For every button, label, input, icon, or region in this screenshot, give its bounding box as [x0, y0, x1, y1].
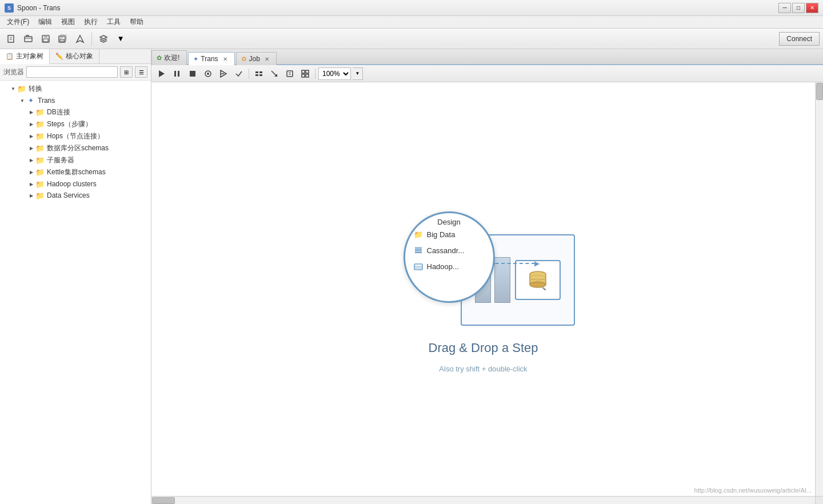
svg-rect-5 — [44, 35, 47, 38]
run-button[interactable] — [155, 67, 169, 80]
layers-button[interactable] — [95, 31, 111, 47]
svg-rect-0 — [8, 35, 14, 42]
menu-file[interactable]: 文件(F) — [2, 16, 34, 28]
v-scrollbar-thumb[interactable] — [816, 83, 823, 100]
debug-button[interactable] — [217, 67, 230, 80]
tree-label-partition: 数据库分区schemas — [47, 143, 109, 153]
browser-label: 浏览器 — [3, 67, 24, 77]
search-grid-button[interactable]: ⊞ — [120, 66, 133, 78]
svg-rect-3 — [25, 37, 32, 42]
tree-label-trans: Trans — [38, 97, 55, 105]
job-tab-icon: ⚙ — [241, 55, 247, 63]
tree-node-zhuanhuan[interactable]: ▼ 📁 转换 — [0, 83, 151, 95]
tab-core-objects[interactable]: ✏️ 核心对象 — [50, 49, 99, 63]
grid-button[interactable] — [298, 67, 312, 80]
tree-label-steps: Steps（步骤） — [47, 119, 92, 129]
save-button[interactable] — [38, 31, 54, 47]
dropdown-button[interactable]: ▼ — [113, 31, 129, 47]
expand-dataservices[interactable]: ▶ — [27, 191, 35, 199]
svg-rect-34 — [415, 252, 422, 253]
vertical-scrollbar[interactable] — [815, 82, 823, 496]
menu-help[interactable]: 帮助 — [125, 16, 148, 28]
save-all-button[interactable] — [55, 31, 71, 47]
svg-rect-22 — [259, 74, 262, 76]
left-panel: 📋 主对象树 ✏️ 核心对象 浏览器 ⊞ ☰ ▼ 📁 转换 — [0, 49, 151, 504]
minimize-button[interactable]: ─ — [778, 3, 791, 13]
tab-trans[interactable]: ✦ Trans ✕ — [188, 52, 234, 65]
expand-db[interactable]: ▶ — [27, 109, 35, 117]
expand-subserver[interactable]: ▶ — [27, 157, 35, 165]
right-panel: ✿ 欢迎! ✦ Trans ✕ ⚙ Job ✕ — [151, 49, 823, 504]
trans-tab-icon: ✦ — [193, 55, 198, 63]
new-button[interactable] — [3, 31, 19, 47]
align-button[interactable] — [252, 67, 266, 80]
main-objects-icon: 📋 — [6, 53, 14, 60]
tab-welcome-label: 欢迎! — [164, 53, 179, 63]
svg-rect-31 — [306, 74, 309, 77]
tree-node-trans[interactable]: ▼ ✦ Trans — [0, 95, 151, 106]
title-bar: S Spoon - Trans ─ □ ✕ — [0, 0, 823, 16]
tree-node-cluster[interactable]: ▶ 📁 Kettle集群schemas — [0, 166, 151, 178]
main-toolbar: ▼ Connect — [0, 29, 823, 49]
menu-view[interactable]: 视图 — [57, 16, 79, 28]
h-scrollbar-thumb[interactable] — [152, 497, 175, 504]
zoom-select[interactable]: 100% 50% 75% 150% 200% — [318, 67, 351, 80]
search-input[interactable] — [26, 66, 118, 78]
note-button[interactable] — [283, 67, 297, 80]
canvas-area[interactable]: Design 📁 Big Data Cassandr... — [151, 82, 823, 504]
explore-button[interactable] — [72, 31, 88, 47]
tab-main-objects[interactable]: 📋 主对象树 — [0, 49, 50, 64]
hop-button[interactable] — [267, 67, 281, 80]
tab-main-objects-label: 主对象树 — [16, 51, 43, 61]
expand-cluster[interactable]: ▶ — [27, 169, 35, 177]
tab-job-close[interactable]: ✕ — [265, 56, 269, 62]
close-button[interactable]: ✕ — [806, 3, 818, 13]
tab-job-label: Job — [249, 55, 260, 63]
tree-node-hops[interactable]: ▶ 📁 Hops（节点连接） — [0, 130, 151, 142]
menu-tools[interactable]: 工具 — [102, 16, 125, 28]
window-title: Spoon - Trans — [17, 4, 60, 12]
menu-edit[interactable]: 编辑 — [34, 16, 57, 28]
magnify-label-cassandra: Cassandr... — [427, 246, 465, 255]
expand-trans[interactable]: ▼ — [18, 97, 26, 105]
expand-zhuanhuan[interactable]: ▼ — [9, 85, 17, 93]
connect-button[interactable]: Connect — [779, 32, 820, 46]
tree-node-partition[interactable]: ▶ 📁 数据库分区schemas — [0, 142, 151, 154]
tab-trans-close[interactable]: ✕ — [223, 56, 227, 62]
expand-hadoop[interactable]: ▶ — [27, 180, 35, 188]
open-button[interactable] — [21, 31, 37, 47]
table-icon-hadoop — [413, 262, 424, 272]
preview-button[interactable] — [201, 67, 215, 80]
tree-node-steps[interactable]: ▶ 📁 Steps（步骤） — [0, 118, 151, 130]
svg-rect-36 — [414, 264, 422, 270]
expand-hops[interactable]: ▶ — [27, 133, 35, 141]
menu-run[interactable]: 执行 — [79, 16, 102, 28]
magnify-item-hadoop[interactable]: Hadoop... — [405, 259, 493, 275]
tree-node-hadoop[interactable]: ▶ 📁 Hadoop clusters — [0, 178, 151, 190]
svg-rect-8 — [61, 36, 63, 38]
expand-steps[interactable]: ▶ — [27, 121, 35, 129]
horizontal-scrollbar[interactable] — [151, 496, 815, 504]
tab-welcome[interactable]: ✿ 欢迎! — [151, 50, 187, 65]
tree-node-dataservices[interactable]: ▶ 📁 Data Services — [0, 190, 151, 201]
tree-node-db[interactable]: ▶ 📁 DB连接 — [0, 106, 151, 118]
magnify-item-bigdata[interactable]: 📁 Big Data — [405, 227, 493, 243]
tab-job[interactable]: ⚙ Job ✕ — [236, 52, 277, 65]
check-button[interactable] — [232, 67, 246, 80]
tree-node-subserver[interactable]: ▶ 📁 子服务器 — [0, 154, 151, 166]
welcome-icon: ✿ — [157, 54, 162, 62]
zoom-dropdown[interactable]: ▼ — [353, 67, 363, 80]
drag-drop-title: Drag & Drop a Step — [429, 341, 538, 355]
svg-rect-32 — [415, 249, 422, 250]
stop-button[interactable] — [186, 67, 199, 80]
expand-partition[interactable]: ▶ — [27, 145, 35, 153]
magnify-item-cassandra[interactable]: Cassandr... — [405, 243, 493, 259]
pause-button[interactable] — [170, 67, 184, 80]
folder-icon-db: 📁 — [35, 108, 45, 117]
restore-button[interactable]: □ — [792, 3, 805, 13]
core-objects-icon: ✏️ — [55, 53, 63, 60]
tree-label-dataservices: Data Services — [47, 191, 90, 199]
tab-trans-label: Trans — [201, 55, 218, 63]
drag-drop-area: Design 📁 Big Data Cassandr... — [392, 206, 575, 373]
search-list-button[interactable]: ☰ — [135, 66, 147, 78]
